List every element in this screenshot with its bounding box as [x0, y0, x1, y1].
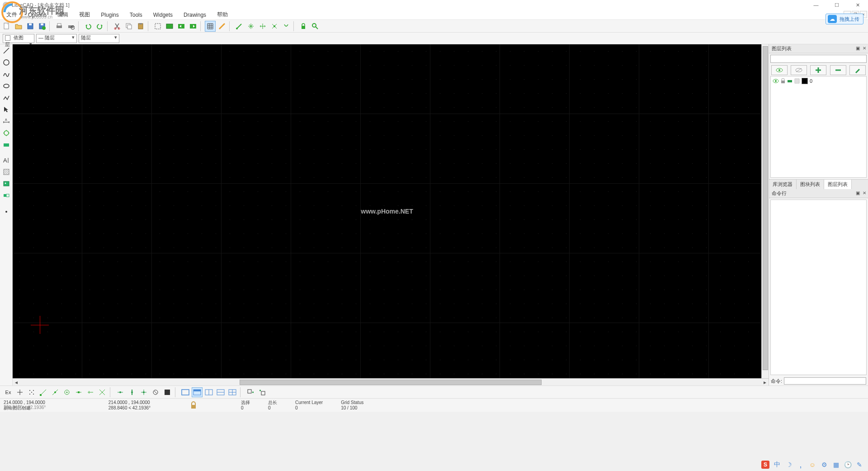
block-tool-button[interactable]	[1, 191, 11, 200]
menu-view[interactable]: 视图	[75, 10, 94, 19]
restrict-orthogonal-button[interactable]	[127, 387, 137, 397]
circle-tool-button[interactable]	[1, 58, 11, 67]
new-file-button[interactable]	[1, 21, 12, 32]
menu-file[interactable]: 文件	[2, 10, 22, 19]
linewidth-select[interactable]: — 随层	[36, 34, 77, 43]
info-tool-button[interactable]	[1, 140, 11, 149]
grid-toggle-button[interactable]	[205, 21, 216, 32]
layer-filter-input[interactable]	[770, 55, 867, 63]
ellipse-tool-button[interactable]	[1, 81, 11, 90]
layer-remove-button[interactable]	[830, 65, 846, 75]
tray-pen-icon[interactable]: ✎	[855, 461, 863, 469]
linetype-select[interactable]: 随层	[79, 34, 119, 43]
save-button[interactable]	[25, 21, 36, 32]
snap-on-entity-button[interactable]	[50, 387, 61, 397]
edit-tool-1-button[interactable]	[234, 21, 245, 32]
block-create-button[interactable]	[245, 387, 256, 397]
draft-mode-button[interactable]	[217, 21, 227, 32]
dimension-tool-button[interactable]: A	[1, 117, 11, 126]
command-history[interactable]	[770, 200, 867, 375]
tray-moon-icon[interactable]: ☽	[785, 461, 793, 469]
set-relative-zero-button[interactable]	[162, 387, 173, 397]
snap-endpoint-button[interactable]	[38, 387, 49, 397]
restrict-nothing-button[interactable]	[115, 387, 126, 397]
lock-snap-button[interactable]	[298, 21, 309, 32]
menu-tools[interactable]: Tools	[125, 11, 147, 19]
layer-add-button[interactable]	[810, 65, 826, 75]
tray-face-icon[interactable]: ☺	[808, 461, 816, 469]
cut-button[interactable]	[112, 21, 123, 32]
command-panel-pin-icon[interactable]: ▣	[856, 190, 860, 195]
layer-hide-all-button[interactable]	[791, 65, 807, 75]
zoom-window-button[interactable]	[152, 21, 163, 32]
block-explode-button[interactable]	[257, 387, 268, 397]
print-button[interactable]	[54, 21, 65, 32]
drag-upload-badge[interactable]: ☁ 拖拽上传	[826, 14, 863, 24]
edit-tool-5-button[interactable]	[281, 21, 292, 32]
undo-button[interactable]	[83, 21, 94, 32]
copy-button[interactable]	[123, 21, 134, 32]
tray-sogou-icon[interactable]: S	[761, 461, 769, 469]
window-minimize-button[interactable]: —	[806, 0, 826, 10]
layer-list[interactable]: 0	[770, 76, 867, 178]
exclusive-snap-button[interactable]: Ex	[3, 387, 14, 397]
tray-clock-icon[interactable]: 🕑	[844, 461, 852, 469]
window-maximize-button[interactable]: ☐	[826, 0, 847, 10]
restrict-horizontal-button[interactable]	[138, 387, 149, 397]
layer-panel-title-bar[interactable]: 图层列表 ▣ ✕	[769, 44, 868, 53]
command-panel-title-bar[interactable]: 命令行 ▣ ✕	[769, 189, 868, 198]
layer-show-all-button[interactable]	[771, 65, 788, 75]
hatch-tool-button[interactable]	[1, 167, 11, 176]
menu-plugins[interactable]: Plugins	[96, 11, 123, 19]
color-select[interactable]: 依图层	[3, 34, 34, 43]
redo-button[interactable]	[94, 21, 105, 32]
menu-options[interactable]: Options	[24, 11, 51, 19]
snap-free-button[interactable]	[14, 387, 25, 397]
menu-drawings[interactable]: Drawings	[179, 11, 211, 19]
restrict-vertical-button[interactable]	[150, 387, 161, 397]
image-tool-button[interactable]	[1, 179, 11, 188]
layer-panel-close-icon[interactable]: ✕	[863, 46, 866, 51]
snap-intersection-button[interactable]	[97, 387, 108, 397]
snap-distance-button[interactable]	[85, 387, 96, 397]
drawing-canvas[interactable]: www.pHome.NET	[13, 44, 761, 378]
curve-tool-button[interactable]	[1, 70, 11, 79]
snap-center-button[interactable]	[61, 387, 72, 397]
menu-help[interactable]: 帮助	[212, 10, 232, 19]
text-tool-button[interactable]: A	[1, 156, 11, 165]
paste-button[interactable]	[135, 21, 146, 32]
command-panel-close-icon[interactable]: ✕	[863, 190, 866, 195]
view-mode-1-button[interactable]	[180, 387, 191, 397]
layer-edit-button[interactable]	[849, 65, 866, 75]
snap-middle-button[interactable]	[73, 387, 84, 397]
view-mode-4-button[interactable]	[215, 387, 226, 397]
horizontal-scrollbar[interactable]: ◂ ▸	[13, 378, 769, 385]
menu-edit[interactable]: 编辑	[53, 10, 73, 19]
tray-ime-icon[interactable]: 中	[773, 461, 781, 469]
tab-blocks[interactable]: 图块列表	[797, 180, 824, 189]
view-mode-2-button[interactable]	[192, 387, 203, 397]
print-preview-button[interactable]	[66, 21, 76, 32]
view-mode-3-button[interactable]	[203, 387, 214, 397]
edit-tool-2-button[interactable]	[245, 21, 256, 32]
view-mode-5-button[interactable]	[227, 387, 238, 397]
tab-layers[interactable]: 图层列表	[824, 180, 852, 189]
modify-tool-button[interactable]	[1, 128, 11, 138]
layer-panel-pin-icon[interactable]: ▣	[856, 46, 860, 51]
command-input[interactable]	[784, 377, 866, 385]
zoom-previous-button[interactable]	[176, 21, 187, 32]
open-file-button[interactable]	[13, 21, 24, 32]
tab-library[interactable]: 库浏览器	[769, 180, 797, 189]
save-as-button[interactable]	[37, 21, 47, 32]
select-tool-button[interactable]	[1, 105, 11, 114]
layer-row-0[interactable]: 0	[771, 76, 866, 86]
tray-punct-icon[interactable]: ,	[797, 461, 805, 469]
menu-widgets[interactable]: Widgets	[149, 11, 177, 19]
point-tool-button[interactable]	[1, 207, 11, 216]
zoom-redraw-button[interactable]	[188, 21, 198, 32]
snap-grid-button[interactable]	[26, 387, 37, 397]
edit-tool-4-button[interactable]	[269, 21, 280, 32]
window-close-button[interactable]: ✕	[847, 0, 868, 10]
edit-tool-3-button[interactable]	[257, 21, 268, 32]
tray-keyboard-icon[interactable]: ▦	[832, 461, 840, 469]
